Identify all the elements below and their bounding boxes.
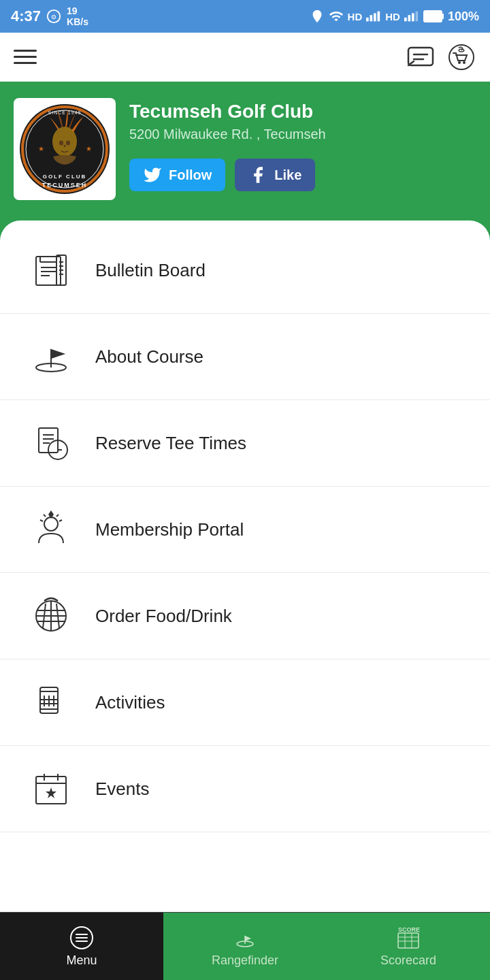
svg-rect-7: [408, 15, 410, 21]
bottom-nav: Menu Rangefinder SCORE Scorecard: [0, 912, 490, 980]
status-bar: 4:37 ⊙ 19KB/s HD HD: [0, 0, 490, 33]
club-name: Tecumseh Golf Club: [129, 101, 476, 122]
bottom-nav-menu[interactable]: Menu: [0, 913, 163, 980]
events-label: Events: [95, 779, 150, 800]
hd-badge2: HD: [385, 11, 400, 22]
tecumseh-logo: TECUMSEH SINCE 1949 ★ ★ GOLF CLUB: [18, 102, 112, 196]
scorecard-nav-icon: SCORE: [395, 925, 421, 951]
kb-indicator: 19KB/s: [67, 5, 88, 27]
svg-line-51: [44, 514, 46, 517]
svg-point-49: [44, 517, 58, 531]
membership-portal-icon: [27, 506, 75, 553]
location-icon: [310, 9, 325, 24]
membership-portal-label: Membership Portal: [95, 519, 244, 540]
svg-text:★: ★: [38, 145, 44, 152]
svg-rect-31: [40, 257, 56, 262]
signal-icon2: [404, 11, 419, 22]
cart-button[interactable]: [446, 42, 476, 72]
reserve-tee-times-label: Reserve Tee Times: [95, 433, 246, 454]
scorecard-nav-label: Scorecard: [380, 953, 436, 968]
twitter-follow-button[interactable]: Follow: [129, 159, 225, 191]
bottom-nav-rangefinder[interactable]: Rangefinder: [163, 913, 327, 980]
menu-item-activities[interactable]: Activities: [0, 659, 490, 746]
menu-item-about-course[interactable]: About Course: [0, 314, 490, 400]
top-nav: [0, 33, 490, 82]
menu-nav-label: Menu: [66, 953, 97, 968]
svg-line-54: [59, 520, 62, 521]
svg-point-17: [458, 61, 461, 64]
svg-rect-6: [404, 18, 407, 22]
svg-rect-2: [366, 18, 369, 22]
bulletin-board-icon: [27, 246, 75, 294]
svg-rect-9: [415, 12, 418, 22]
twitter-label: Follow: [169, 167, 212, 183]
svg-point-23: [59, 141, 63, 146]
menu-item-bulletin-board[interactable]: Bulletin Board: [0, 227, 490, 314]
status-left: 4:37 ⊙ 19KB/s: [11, 5, 88, 27]
hamburger-menu[interactable]: [14, 50, 37, 64]
svg-text:SCORE: SCORE: [398, 926, 420, 933]
messages-button[interactable]: [406, 42, 436, 72]
about-course-label: About Course: [95, 346, 203, 368]
hd-badge: HD: [348, 11, 363, 22]
svg-text:★: ★: [86, 145, 92, 152]
main-content: Bulletin Board About Course: [0, 220, 490, 907]
svg-point-24: [66, 141, 70, 146]
svg-point-18: [463, 61, 466, 64]
club-info: Tecumseh Golf Club 5200 Milwaukee Rd. , …: [129, 98, 476, 191]
menu-item-membership-portal[interactable]: Membership Portal: [0, 487, 490, 573]
svg-rect-81: [398, 933, 419, 948]
signal-icon: [366, 11, 381, 22]
activities-icon: [27, 679, 75, 726]
activities-label: Activities: [95, 692, 165, 713]
facebook-label: Like: [274, 167, 301, 183]
svg-rect-11: [442, 14, 444, 19]
svg-text:⊙: ⊙: [51, 14, 56, 20]
data-icon: ⊙: [46, 9, 61, 24]
order-food-icon: [27, 592, 75, 640]
svg-line-52: [56, 514, 59, 517]
status-time: 4:37: [11, 7, 41, 25]
wifi-icon: [329, 9, 344, 24]
svg-rect-4: [374, 13, 376, 21]
nav-icons: [406, 42, 476, 72]
cart-icon: [446, 42, 476, 72]
club-header: TECUMSEH SINCE 1949 ★ ★ GOLF CLUB Tecums…: [0, 82, 490, 241]
svg-text:GOLF CLUB: GOLF CLUB: [43, 174, 87, 180]
club-address: 5200 Milwaukee Rd. , Tecumseh: [129, 127, 476, 142]
facebook-like-button[interactable]: Like: [235, 159, 315, 191]
events-icon: [27, 765, 75, 813]
about-course-icon: [27, 333, 75, 380]
bulletin-board-label: Bulletin Board: [95, 260, 206, 281]
twitter-icon: [143, 165, 162, 184]
svg-text:SINCE 1949: SINCE 1949: [48, 110, 82, 115]
message-icon: [406, 42, 436, 72]
svg-rect-3: [370, 15, 373, 21]
rangefinder-nav-icon: [232, 925, 258, 951]
bottom-nav-scorecard[interactable]: SCORE Scorecard: [327, 913, 490, 980]
club-logo: TECUMSEH SINCE 1949 ★ ★ GOLF CLUB: [14, 98, 116, 200]
menu-item-reserve-tee-times[interactable]: Reserve Tee Times: [0, 400, 490, 487]
battery-icon: [423, 9, 444, 24]
facebook-icon: [248, 165, 267, 184]
rangefinder-nav-label: Rangefinder: [212, 953, 278, 968]
status-right: HD HD 100%: [310, 9, 479, 24]
menu-item-order-food-drink[interactable]: Order Food/Drink: [0, 573, 490, 659]
svg-rect-12: [425, 12, 441, 21]
menu-item-events[interactable]: Events: [0, 746, 490, 832]
battery-percent: 100%: [448, 10, 479, 24]
svg-line-53: [40, 520, 43, 521]
menu-nav-icon: [69, 925, 95, 951]
social-buttons: Follow Like: [129, 159, 476, 191]
svg-rect-5: [378, 12, 380, 22]
svg-rect-8: [412, 13, 414, 21]
order-food-label: Order Food/Drink: [95, 606, 232, 627]
svg-text:TECUMSEH: TECUMSEH: [42, 182, 88, 189]
reserve-tee-times-icon: [27, 419, 75, 467]
